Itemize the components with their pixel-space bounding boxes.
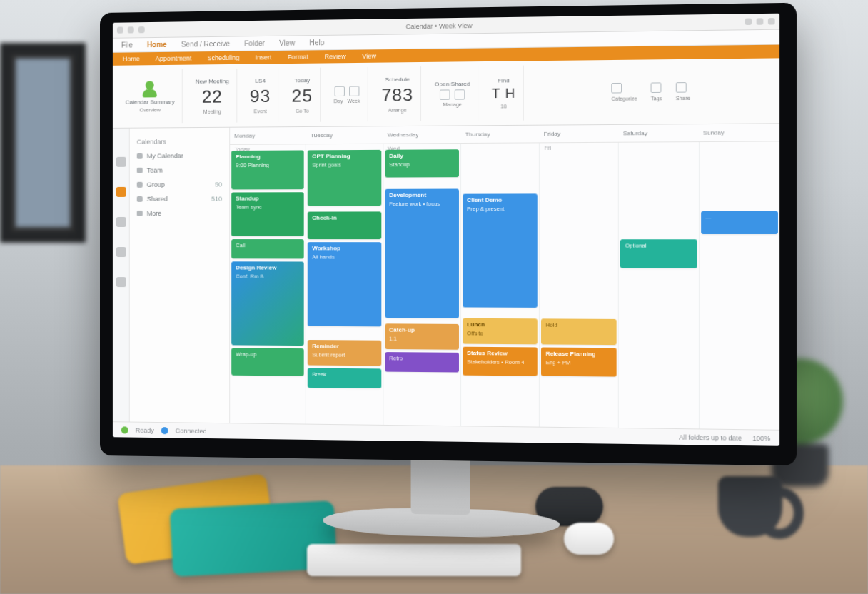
sidebar-item-team[interactable]: Team bbox=[137, 166, 222, 174]
ribbon-group-find[interactable]: Find T H 18 bbox=[484, 66, 523, 121]
ribbon-group-new-meeting[interactable]: New Meeting 22 Meeting bbox=[188, 69, 237, 123]
day-view-button[interactable] bbox=[335, 86, 345, 96]
calendar-color-dot bbox=[137, 182, 143, 188]
qat-redo-icon[interactable] bbox=[138, 26, 145, 33]
calendar-event[interactable]: Status ReviewStakeholders • Room 4 bbox=[463, 347, 538, 376]
menu-folder[interactable]: Folder bbox=[244, 39, 265, 47]
calendar-event[interactable]: Retro bbox=[385, 352, 459, 372]
menu-view[interactable]: View bbox=[279, 39, 295, 47]
day-header-wed[interactable]: Wednesday bbox=[383, 131, 461, 139]
event-meta: 1:1 bbox=[389, 336, 454, 343]
menu-help[interactable]: Help bbox=[309, 39, 324, 46]
day-header-sat[interactable]: Saturday bbox=[619, 129, 699, 136]
share-button[interactable]: Share bbox=[676, 82, 690, 101]
menu-file[interactable]: File bbox=[121, 41, 133, 49]
ribbon-tab-scheduling[interactable]: Scheduling bbox=[208, 54, 240, 62]
calendar-event[interactable]: Catch-up1:1 bbox=[385, 323, 459, 349]
desk-mug bbox=[718, 476, 782, 537]
tags-icon bbox=[651, 82, 662, 93]
maximize-icon[interactable] bbox=[757, 18, 764, 25]
ribbon-group-new-event[interactable]: LS4 93 Event bbox=[243, 68, 278, 122]
today-top: Today bbox=[294, 76, 310, 83]
calendar-event[interactable]: DailyStandup bbox=[385, 149, 459, 178]
menu-home[interactable]: Home bbox=[147, 41, 167, 49]
sidebar-item-shared[interactable]: Shared 510 bbox=[137, 196, 222, 203]
calendar-color-dot bbox=[137, 153, 143, 159]
event-title: Client Demo bbox=[467, 197, 533, 204]
calendar-col-tue[interactable]: OPT PlanningSprint goalsCheck-inWorkshop… bbox=[306, 144, 383, 425]
calendar-event[interactable]: StandupTeam sync bbox=[231, 192, 304, 237]
qat-save-icon[interactable] bbox=[117, 27, 123, 34]
event-meta: Prep & present bbox=[467, 206, 533, 213]
ribbon-tab-appointment[interactable]: Appointment bbox=[156, 54, 192, 62]
ribbon-tab-view[interactable]: View bbox=[362, 52, 376, 59]
calendar-col-fri[interactable]: Fri HoldRelease PlanningEng + PM bbox=[540, 143, 619, 428]
calendar-event[interactable]: Check-in bbox=[308, 211, 381, 239]
calendar-col-sat[interactable]: Optional bbox=[619, 142, 699, 428]
sidebar-label: Shared bbox=[147, 196, 168, 203]
calendar-event[interactable]: Hold bbox=[541, 319, 617, 345]
status-zoom[interactable]: 100% bbox=[752, 434, 770, 442]
calendar-event[interactable]: WorkshopAll hands bbox=[308, 242, 381, 326]
day-header-tue[interactable]: Tuesday bbox=[306, 131, 383, 139]
person-icon[interactable] bbox=[142, 81, 158, 96]
qat-undo-icon[interactable] bbox=[128, 26, 134, 33]
calendar-event[interactable]: DevelopmentFeature work • focus bbox=[385, 188, 459, 318]
calendar-col-sun[interactable]: — bbox=[700, 141, 779, 429]
nav-calendar-icon[interactable] bbox=[116, 187, 126, 197]
calendar-groups-button[interactable] bbox=[455, 89, 465, 99]
calendar-event[interactable]: LunchOffsite bbox=[463, 318, 538, 344]
calendar-event[interactable]: Design ReviewConf. Rm B bbox=[231, 261, 304, 346]
calendar-col-wed[interactable]: Wed DailyStandupDevelopmentFeature work … bbox=[383, 144, 461, 426]
close-icon[interactable] bbox=[768, 18, 775, 25]
event-title: Workshop bbox=[312, 245, 376, 252]
calendar-col-mon[interactable]: Today Planning9:00 PlanningStandupTeam s… bbox=[230, 144, 306, 423]
event-title: Release Planning bbox=[545, 351, 612, 358]
calendar-event[interactable]: Client DemoPrep & present bbox=[463, 194, 538, 308]
open-shared-button[interactable] bbox=[440, 89, 450, 99]
calendar-event[interactable]: Optional bbox=[620, 239, 697, 268]
menu-sendreceive[interactable]: Send / Receive bbox=[181, 40, 230, 49]
day-header-sun[interactable]: Sunday bbox=[699, 129, 779, 136]
ribbon-group-openshared[interactable]: Open Shared Manage bbox=[428, 66, 478, 121]
day-header-fri[interactable]: Friday bbox=[539, 130, 618, 137]
calendar-event[interactable]: Wrap-up bbox=[231, 348, 304, 376]
categorize-button[interactable]: Categorize bbox=[612, 83, 637, 101]
calendar-color-dot bbox=[137, 211, 143, 216]
event-meta: Offsite bbox=[467, 331, 533, 338]
ribbon-group-today[interactable]: Today 25 Go To bbox=[285, 68, 321, 122]
ribbon-tab-insert[interactable]: Insert bbox=[256, 54, 272, 61]
sidebar-item-mycalendar[interactable]: My Calendar bbox=[137, 152, 222, 160]
calendar-event[interactable]: OPT PlanningSprint goals bbox=[308, 150, 381, 206]
calendar-event[interactable]: Planning9:00 Planning bbox=[231, 150, 304, 189]
ribbon-group-mini: Day Week bbox=[326, 67, 368, 122]
ribbon-tab-review[interactable]: Review bbox=[324, 53, 345, 61]
sidebar-item-group[interactable]: Group 50 bbox=[137, 181, 222, 188]
calendar-event[interactable]: ReminderSubmit report bbox=[308, 340, 381, 366]
new-meeting-label: Meeting bbox=[203, 109, 221, 114]
share-label: Share bbox=[676, 96, 690, 101]
nav-people-icon[interactable] bbox=[116, 217, 126, 227]
day-header-thu[interactable]: Thursday bbox=[461, 131, 540, 138]
calendar-event[interactable]: Call bbox=[231, 239, 304, 258]
nav-more-icon[interactable] bbox=[116, 277, 126, 287]
calendar-event[interactable]: Release PlanningEng + PM bbox=[541, 347, 617, 376]
ribbon-tab-format[interactable]: Format bbox=[288, 54, 308, 61]
nav-mail-icon[interactable] bbox=[116, 157, 126, 167]
minimize-icon[interactable] bbox=[745, 18, 752, 25]
week-view-button[interactable] bbox=[349, 86, 359, 96]
day-header-mon[interactable]: Monday bbox=[230, 132, 306, 139]
ribbon-group-more: Categorize Tags Share bbox=[530, 63, 773, 121]
calendar-grid[interactable]: Today Planning9:00 PlanningStandupTeam s… bbox=[230, 141, 779, 429]
calendar-event[interactable]: Break bbox=[308, 368, 381, 388]
new-event-num: 93 bbox=[250, 86, 271, 106]
event-meta: All hands bbox=[312, 253, 376, 261]
nav-tasks-icon[interactable] bbox=[116, 247, 126, 257]
ribbon-tab-home[interactable]: Home bbox=[123, 55, 140, 62]
calendar-event[interactable]: — bbox=[701, 211, 778, 233]
calendar-col-thu[interactable]: Client DemoPrep & presentLunchOffsiteSta… bbox=[461, 143, 540, 426]
event-title: Status Review bbox=[467, 350, 533, 358]
sidebar-item-more[interactable]: More bbox=[137, 210, 222, 217]
ribbon-group-schedule[interactable]: Schedule 783 Arrange bbox=[374, 66, 421, 121]
tags-button[interactable]: Tags bbox=[651, 82, 662, 101]
